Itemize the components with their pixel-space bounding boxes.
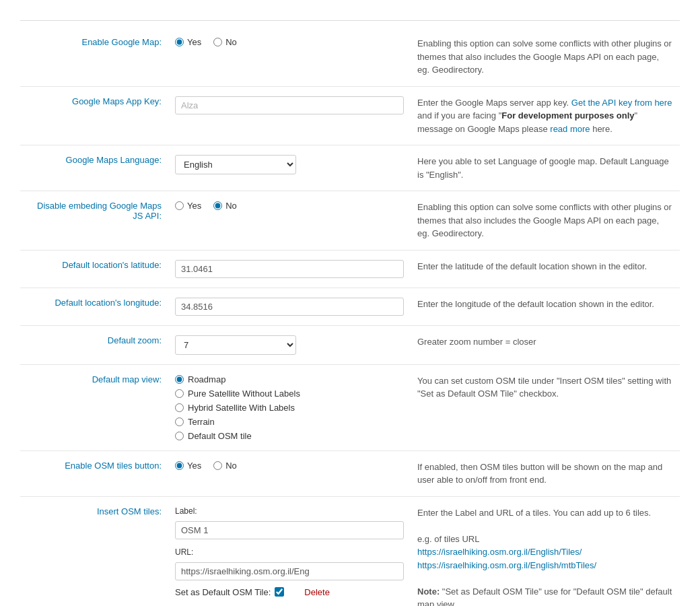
control-enable-google-map: YesNo — [168, 28, 411, 86]
radio-enable-osm-tiles-no[interactable] — [213, 461, 222, 470]
desc-default-zoom: Greater zoom number = closer — [411, 325, 680, 364]
control-default-latitude — [168, 250, 411, 288]
desc-google-maps-language: Here you able to set Language of google … — [411, 145, 680, 191]
control-google-maps-language: EnglishHebrewArabicFrenchGermanSpanish — [168, 145, 411, 191]
osm-label-field-label: Label: — [175, 506, 404, 516]
label-disable-embedding: Disable embeding Google Maps JS API: — [20, 191, 168, 250]
desc-default-latitude: Enter the latitude of the default locati… — [411, 250, 680, 288]
control-default-map-view: RoadmapPure Satellite Without LabelsHybr… — [168, 364, 411, 450]
input-google-maps-app-key[interactable] — [175, 96, 404, 114]
desc-google-maps-app-key: Enter the Google Maps server app key. Ge… — [411, 86, 680, 145]
label-default-latitude: Default location's latitude: — [20, 250, 168, 288]
radio-default-map-view-terrain[interactable] — [175, 417, 184, 426]
label-enable-google-map: Enable Google Map: — [20, 28, 168, 86]
radio-enable-google-map-yes[interactable] — [175, 38, 184, 46]
control-enable-osm-tiles: YesNo — [168, 450, 411, 496]
desc-default-longitude: Enter the longitude of the default locat… — [411, 288, 680, 325]
select-google-maps-language[interactable]: EnglishHebrewArabicFrenchGermanSpanish — [175, 155, 296, 174]
desc-enable-google-map: Enabling this option can solve some conf… — [411, 28, 680, 86]
control-google-maps-app-key — [168, 86, 411, 145]
control-insert-osm-tiles: Label:URL:Set as Default OSM Tile:Delete… — [168, 496, 411, 606]
desc-enable-osm-tiles: If enabled, then OSM tiles button will b… — [411, 450, 680, 496]
osm-tile-label-0[interactable] — [175, 521, 404, 539]
control-disable-embedding: YesNo — [168, 191, 411, 250]
label-default-map-view: Default map view: — [20, 364, 168, 450]
desc-default-map-view: You can set custom OSM tile under "Inser… — [411, 364, 680, 450]
label-enable-osm-tiles: Enable OSM tiles button: — [20, 450, 168, 496]
osm-tile-url-0[interactable] — [175, 562, 404, 580]
select-default-zoom[interactable]: 123456789101112131415 — [175, 335, 296, 355]
osm-set-default-label: Set as Default OSM Tile: — [175, 587, 271, 597]
desc-disable-embedding: Enabling this option can solve some conf… — [411, 191, 680, 250]
input-default-latitude[interactable] — [175, 260, 404, 278]
osm-tile-delete-0[interactable]: Delete — [304, 587, 330, 597]
label-default-zoom: Default zoom: — [20, 325, 168, 364]
label-google-maps-language: Google Maps Language: — [20, 145, 168, 191]
label-insert-osm-tiles: Insert OSM tiles: — [20, 496, 168, 606]
read-more-link[interactable]: read more — [550, 124, 590, 134]
radio-enable-osm-tiles-yes[interactable] — [175, 461, 184, 470]
input-default-longitude[interactable] — [175, 298, 404, 316]
radio-enable-google-map-no[interactable] — [213, 38, 222, 46]
control-default-longitude — [168, 288, 411, 325]
page-title — [20, 13, 680, 21]
get-api-key-link[interactable]: Get the API key from here — [571, 98, 672, 108]
radio-default-map-view-hybrid-satellite-with-labels[interactable] — [175, 403, 184, 412]
label-default-longitude: Default location's longitude: — [20, 288, 168, 325]
osm-url-field-label: URL: — [175, 547, 404, 557]
radio-disable-embedding-no[interactable] — [213, 201, 222, 210]
radio-disable-embedding-yes[interactable] — [175, 201, 184, 210]
settings-table: Enable Google Map:YesNoEnabling this opt… — [20, 28, 680, 606]
label-google-maps-app-key: Google Maps App Key: — [20, 86, 168, 145]
radio-default-map-view-pure-satellite-without-labels[interactable] — [175, 389, 184, 398]
radio-default-map-view-default-osm-tile[interactable] — [175, 432, 184, 440]
desc-insert-osm-tiles: Enter the Label and URL of a tiles. You … — [411, 496, 680, 606]
osm-tile-default-0[interactable] — [275, 587, 284, 597]
control-default-zoom: 123456789101112131415 — [168, 325, 411, 364]
radio-default-map-view-roadmap[interactable] — [175, 375, 184, 384]
